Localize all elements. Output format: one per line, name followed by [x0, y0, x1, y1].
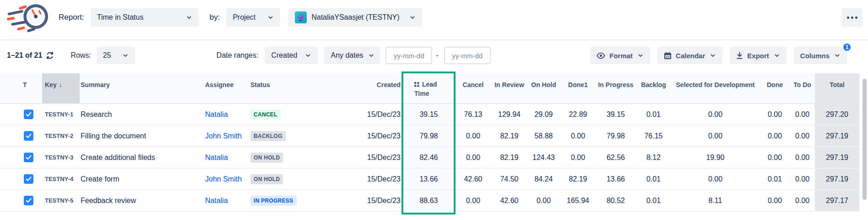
sort-desc-icon: ↓	[59, 80, 62, 89]
done-value: 0.00	[760, 104, 790, 125]
rows-label: Rows:	[71, 51, 91, 60]
app-logo-stopwatch-icon	[5, 2, 53, 33]
done-value: 0.00	[760, 126, 790, 146]
chevron-down-icon	[637, 52, 644, 59]
issue-key: TESTNY-3	[42, 147, 80, 168]
columns-label: Columns	[800, 52, 830, 60]
group-by-value: Project	[233, 13, 255, 22]
row-select-cell	[0, 147, 42, 168]
header-lead-time[interactable]: Lead Time	[403, 73, 454, 103]
chevron-down-icon	[774, 52, 780, 59]
selected-for-development-value: 0.00	[671, 126, 760, 146]
rows-per-page-select[interactable]: 25	[97, 47, 135, 64]
group-by-select[interactable]: Project	[226, 8, 280, 27]
date-from-input[interactable]	[385, 47, 432, 64]
refresh-icon	[46, 51, 54, 60]
date-preset-select[interactable]: Any dates	[324, 47, 380, 64]
check-icon	[26, 155, 32, 160]
created-date: 15/Dec/23	[293, 104, 403, 125]
format-button[interactable]: Format	[590, 47, 650, 64]
table-row: TESTNY-1 Research Natalia CANCEL 15/Dec/…	[0, 104, 859, 126]
created-date: 15/Dec/23	[293, 169, 403, 189]
assignee-link[interactable]: Natalia	[205, 110, 228, 119]
check-icon	[26, 198, 32, 203]
header-status: Status	[247, 73, 293, 103]
ellipsis-icon	[847, 16, 849, 19]
table-header-row: T Key ↓ Summary Assignee Status Created …	[0, 73, 859, 104]
calendar-button[interactable]: Calendar	[657, 47, 722, 64]
header-cancel: Cancel	[454, 73, 492, 103]
ellipsis-icon	[851, 16, 853, 19]
done1-value: 0.00	[561, 126, 595, 146]
project-avatar	[295, 11, 307, 23]
report-type-select[interactable]: Time in Status	[91, 8, 199, 27]
row-select-cell	[0, 104, 42, 125]
date-range-dash: -	[436, 51, 438, 60]
assignee-link[interactable]: John Smith	[205, 132, 242, 140]
on-hold-value: 84.24	[526, 169, 561, 189]
total-value: 297.19	[815, 147, 859, 168]
header-done1: Done1	[561, 73, 595, 103]
header-selected-for-development: Selected for Development	[671, 73, 760, 103]
by-label: by:	[210, 13, 220, 22]
header-backlog: Backlog	[636, 73, 671, 103]
chevron-down-icon	[122, 52, 129, 59]
date-field-value: Created	[271, 51, 297, 60]
table-body: TESTNY-1 Research Natalia CANCEL 15/Dec/…	[0, 104, 859, 212]
project-select[interactable]: NataliaYSaasjet (TESTNY)	[288, 8, 422, 27]
columns-button[interactable]: Columns	[794, 47, 847, 64]
header-key[interactable]: Key ↓	[42, 73, 80, 103]
created-date: 15/Dec/23	[293, 126, 403, 146]
selected-for-development-value: 0.00	[671, 169, 760, 189]
in-progress-value: 62.56	[595, 147, 636, 168]
row-checkbox[interactable]	[24, 174, 33, 184]
date-field-select[interactable]: Created	[265, 47, 318, 64]
row-checkbox[interactable]	[24, 110, 33, 119]
export-button[interactable]: Export	[730, 47, 787, 64]
row-checkbox[interactable]	[24, 196, 33, 205]
assignee-cell: John Smith	[202, 169, 247, 189]
lead-time-value: 82.46	[403, 147, 454, 168]
check-icon	[26, 176, 32, 182]
refresh-button[interactable]	[46, 51, 54, 60]
drag-handle-icon	[414, 82, 419, 87]
date-to-input[interactable]	[444, 47, 491, 64]
table-row: TESTNY-2 Filling the document John Smith…	[0, 126, 859, 147]
row-checkbox[interactable]	[24, 153, 33, 162]
assignee-link[interactable]: John Smith	[205, 175, 242, 183]
row-select-cell	[0, 126, 42, 146]
total-value: 297.19	[815, 126, 859, 146]
issue-key: TESTNY-2	[42, 126, 80, 146]
backlog-value: 0.01	[636, 104, 671, 125]
assignee-link[interactable]: Natalia	[205, 154, 228, 162]
format-label: Format	[609, 52, 633, 60]
cancel-value: 0.00	[454, 147, 492, 168]
assignee-cell: Natalia	[202, 147, 247, 168]
scrollbar-thumb[interactable]	[863, 79, 867, 200]
columns-count-badge: 1	[842, 43, 852, 52]
chevron-down-icon	[710, 52, 716, 59]
check-icon	[26, 112, 32, 117]
row-checkbox[interactable]	[24, 131, 33, 141]
selected-for-development-value: 0.00	[671, 104, 760, 125]
vertical-scrollbar[interactable]	[861, 75, 868, 213]
cancel-value: 76.13	[454, 104, 492, 125]
header-created: Created	[293, 73, 403, 103]
status-badge: ON HOLD	[250, 174, 283, 184]
lead-time-value: 39.15	[403, 104, 454, 125]
report-label: Report:	[59, 13, 84, 22]
backlog-value: 76.15	[636, 126, 671, 146]
lead-time-value: 88.63	[403, 190, 454, 211]
on-hold-value: 0.00	[526, 190, 561, 211]
created-date: 15/Dec/23	[293, 190, 403, 211]
cancel-value: 42.60	[454, 169, 492, 189]
header-summary: Summary	[80, 73, 202, 103]
top-bar: Report: Time in Status by: Project Natal…	[0, 0, 868, 40]
on-hold-value: 58.88	[526, 126, 561, 146]
assignee-link[interactable]: Natalia	[205, 197, 228, 205]
calendar-icon	[664, 52, 672, 60]
lead-time-value: 79.98	[403, 126, 454, 146]
issue-key: TESTNY-5	[42, 190, 80, 211]
more-actions-button[interactable]	[841, 8, 863, 27]
assignee-cell: Natalia	[202, 104, 247, 125]
